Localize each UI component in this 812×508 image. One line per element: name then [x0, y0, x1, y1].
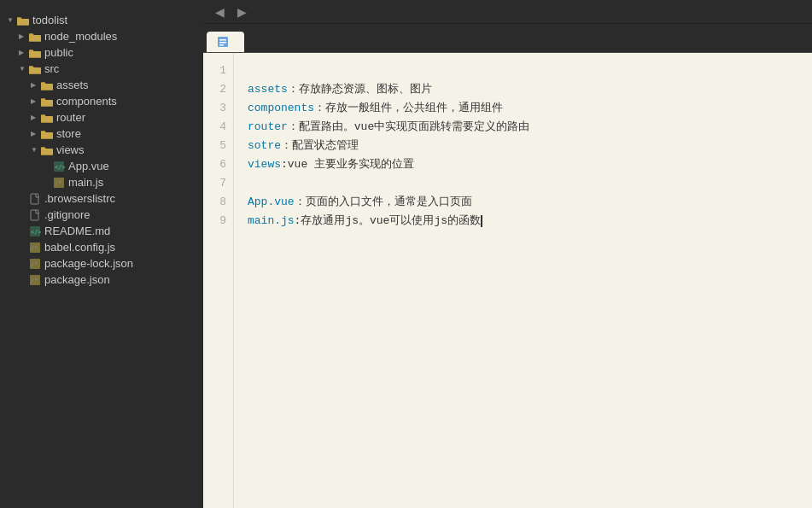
code-text: :存放通用js。vue可以使用js的函数 [295, 214, 481, 227]
active-tab[interactable] [207, 32, 244, 52]
chevron-down-icon: ▼ [31, 146, 41, 154]
sidebar-item-node_modules[interactable]: ▶ node_modules [0, 28, 203, 44]
line-number: 4 [203, 118, 233, 137]
sidebar-item-label: assets [56, 79, 89, 91]
folder-open-icon [29, 64, 41, 73]
sidebar: ▼ todolist ▶ node_modules ▶ public ▼ src… [0, 0, 203, 508]
editor[interactable]: 123456789 assets：存放静态资源、图标、图片components：… [203, 53, 812, 508]
svg-rect-17 [219, 44, 224, 46]
sidebar-header [0, 0, 203, 12]
sidebar-item-label: main.js [68, 176, 103, 189]
sidebar-item-router[interactable]: ▶ router [0, 109, 203, 126]
sidebar-item-package-json[interactable]: /* package.json [0, 272, 203, 288]
sidebar-item-views[interactable]: ▼ views [0, 142, 203, 158]
sidebar-item-label: views [56, 143, 85, 156]
sidebar-item-label: router [56, 111, 85, 124]
nav-back-button[interactable]: ◀ [210, 3, 229, 21]
tabbar [203, 24, 812, 53]
code-keyword: router [248, 120, 288, 133]
sidebar-item-assets[interactable]: ▶ assets [0, 77, 203, 93]
code-line: App.vue：页面的入口文件，通常是入口页面 [248, 193, 798, 212]
code-line: sotre：配置状态管理 [248, 137, 798, 155]
file-icon [29, 193, 41, 205]
folder-icon [29, 48, 41, 57]
code-keyword: main.js [248, 214, 295, 227]
chevron-right-icon: ▶ [19, 49, 29, 56]
svg-text:</>: </> [55, 164, 65, 171]
code-line: views:vue 主要业务实现的位置 [248, 155, 798, 174]
sidebar-item-label: README.md [44, 225, 110, 237]
code-text: :vue 主要业务实现的位置 [281, 158, 414, 171]
chevron-right-icon: ▶ [31, 114, 41, 121]
line-number: 6 [203, 155, 233, 174]
svg-rect-15 [219, 39, 226, 41]
vue-file-icon: </> [53, 161, 65, 172]
folder-icon [41, 96, 53, 106]
folder-icon [29, 32, 41, 41]
line-number: 8 [203, 193, 233, 212]
folder-open-icon [17, 15, 29, 25]
folder-icon [41, 113, 53, 122]
sidebar-item-main-js[interactable]: /* main.js [0, 174, 203, 190]
js-file-icon: /* [29, 242, 41, 254]
line-number: 9 [203, 212, 233, 231]
chevron-down-icon: ▼ [19, 65, 29, 73]
code-keyword: views [248, 158, 281, 171]
tab-icon [217, 36, 229, 48]
topbar: ◀ ▶ [203, 0, 812, 24]
sidebar-item-package-lock[interactable]: /* package-lock.json [0, 255, 203, 272]
sidebar-item-babel-config[interactable]: /* babel.config.js [0, 239, 203, 255]
sidebar-item-label: src [44, 62, 59, 75]
sidebar-item-gitignore[interactable]: .gitignore [0, 207, 203, 223]
sidebar-item-label: package.json [44, 273, 110, 286]
svg-rect-5 [31, 210, 38, 220]
file-tree: ▼ todolist ▶ node_modules ▶ public ▼ src… [0, 12, 203, 288]
sidebar-item-label: package-lock.json [44, 257, 133, 270]
line-number: 5 [203, 137, 233, 155]
svg-text:/*: /* [55, 180, 61, 187]
code-text: ：配置状态管理 [281, 139, 359, 152]
js-file-icon: /* [29, 274, 41, 286]
sidebar-item-label: todolist [32, 14, 67, 26]
code-line: main.js:存放通用js。vue可以使用js的函数 [248, 212, 798, 231]
code-line: router：配置路由。vue中实现页面跳转需要定义的路由 [248, 118, 798, 137]
sidebar-item-todolist[interactable]: ▼ todolist [0, 12, 203, 28]
text-cursor [481, 215, 482, 227]
sidebar-item-label: components [56, 95, 117, 108]
sidebar-item-components[interactable]: ▶ components [0, 93, 203, 109]
svg-text:/*: /* [31, 261, 38, 268]
js-file-icon: /* [53, 177, 65, 189]
line-number: 2 [203, 80, 233, 99]
code-keyword: assets [248, 83, 288, 96]
code-keyword: sotre [248, 139, 281, 152]
line-numbers: 123456789 [203, 53, 234, 508]
code-content[interactable]: assets：存放静态资源、图标、图片components：存放一般组件，公共组… [234, 53, 812, 508]
sidebar-item-public[interactable]: ▶ public [0, 44, 203, 61]
code-keyword: App.vue [248, 196, 295, 208]
vue-file-icon: </> [29, 225, 41, 237]
code-text: ：页面的入口文件，通常是入口页面 [295, 196, 472, 208]
file-icon [29, 209, 41, 221]
sidebar-item-readme[interactable]: </> README.md [0, 223, 203, 239]
js-file-icon: /* [29, 258, 41, 270]
sidebar-item-label: node_modules [44, 30, 117, 43]
code-line: assets：存放静态资源、图标、图片 [248, 80, 798, 99]
line-number: 1 [203, 61, 233, 80]
sidebar-item-store[interactable]: ▶ store [0, 126, 203, 142]
sidebar-item-src[interactable]: ▼ src [0, 61, 203, 77]
chevron-right-icon: ▶ [31, 81, 41, 89]
new-tab-button[interactable] [246, 30, 270, 52]
sidebar-item-label: babel.config.js [44, 241, 115, 254]
chevron-down-icon: ▼ [7, 16, 17, 24]
svg-rect-16 [219, 42, 226, 44]
sidebar-item-app-vue[interactable]: </> App.vue [0, 158, 203, 174]
code-line: components：存放一般组件，公共组件，通用组件 [248, 99, 798, 118]
nav-forward-button[interactable]: ▶ [232, 3, 251, 21]
svg-text:/*: /* [31, 277, 38, 284]
sidebar-item-browserslistrc[interactable]: .browserslistrc [0, 190, 203, 207]
svg-rect-4 [31, 194, 38, 204]
folder-open-icon [41, 145, 53, 155]
sidebar-item-label: .browserslistrc [44, 192, 115, 205]
folder-icon [41, 80, 53, 90]
code-line [248, 61, 798, 80]
